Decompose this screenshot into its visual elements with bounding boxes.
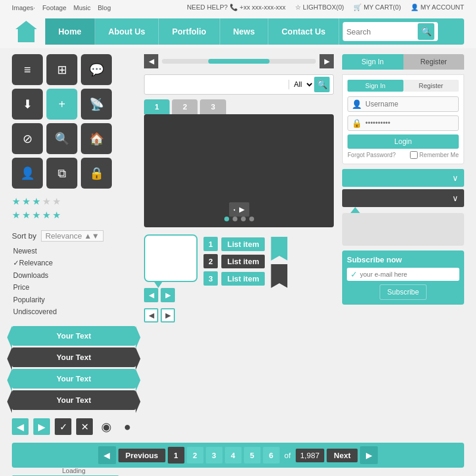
dot-3[interactable] <box>241 217 246 221</box>
prev-ctrl[interactable]: ◀ <box>12 418 29 435</box>
list-num-3: 3 <box>203 271 218 286</box>
nav-item-about[interactable]: About Us <box>95 18 159 45</box>
top-link-images[interactable]: Images· <box>12 4 35 11</box>
star-f2: ★ <box>22 209 30 221</box>
slider-next[interactable]: ▶ <box>320 54 334 68</box>
dropdown-2[interactable]: ∨ <box>342 189 464 207</box>
password-input[interactable] <box>365 119 455 127</box>
list-label-3[interactable]: List item <box>221 272 265 286</box>
subscribe-email-input[interactable] <box>360 271 456 278</box>
nav-right-2[interactable]: ▶ <box>161 308 175 322</box>
sort-option-newest[interactable]: Newest <box>13 245 136 257</box>
next-ctrl[interactable]: ▶ <box>33 418 50 435</box>
next-button[interactable]: Next <box>327 449 358 462</box>
dot-2[interactable] <box>233 217 237 221</box>
comment-icon-box[interactable]: 💬 <box>81 54 112 85</box>
nav-item-news[interactable]: News <box>220 18 269 45</box>
remember-checkbox[interactable] <box>410 151 418 159</box>
menu-icon-box[interactable]: ≡ <box>12 54 43 85</box>
nav-item-home[interactable]: Home <box>45 18 95 45</box>
download-icon-box[interactable]: ⬇ <box>12 89 43 120</box>
sort-option-popularity[interactable]: Popularity <box>13 294 136 306</box>
page-btn-1[interactable]: 1 <box>168 447 184 464</box>
dot-ctrl[interactable]: ● <box>119 418 136 435</box>
nav-right-1[interactable]: ▶ <box>161 288 175 302</box>
wifi-icon-box[interactable]: 📡 <box>81 89 112 120</box>
tab-1[interactable]: 1 <box>144 99 170 114</box>
center-search-input[interactable] <box>148 80 289 89</box>
nav-btn-4[interactable]: Your Text <box>12 390 136 410</box>
inner-tab-signin[interactable]: Sign In <box>347 80 403 92</box>
bookmark-teal[interactable] <box>271 237 287 261</box>
previous-button[interactable]: Previous <box>118 449 165 462</box>
zoom-icon-box[interactable]: 🔍 <box>46 123 77 154</box>
page-btn-2[interactable]: 2 <box>187 447 203 464</box>
top-link-music[interactable]: Music <box>74 4 91 11</box>
left-panel: ≡ ⊞ 💬 ⬇ + 📡 ⊘ 🔍 🏠 👤 ⧉ 🔒 ★ ★ ★ ★ ★ ★ <box>12 54 136 476</box>
auth-tab-register[interactable]: Register <box>403 54 465 70</box>
lock-icon-box[interactable]: 🔒 <box>81 158 112 189</box>
subscribe-input-row: ✓ <box>347 268 459 281</box>
top-link-blog[interactable]: Blog <box>98 4 111 11</box>
nav-item-portfolio[interactable]: Portfolio <box>159 18 220 45</box>
sort-option-downloads[interactable]: Downloads <box>13 270 136 281</box>
slide-next-btn[interactable]: ▶ <box>235 202 249 217</box>
page-btn-4[interactable]: 4 <box>225 447 242 464</box>
inner-tab-register[interactable]: Register <box>403 80 459 92</box>
slider-track[interactable] <box>162 59 316 64</box>
dropdown-1[interactable]: ∨ <box>342 169 464 187</box>
center-search-select[interactable]: All <box>289 80 314 89</box>
forgot-password-link[interactable]: Forgot Password? <box>347 152 396 158</box>
lightbox-link[interactable]: ☆ LIGHTBOX(0) <box>295 4 344 11</box>
account-link[interactable]: 👤 MY ACCOUNT <box>411 4 464 11</box>
search-input[interactable] <box>346 27 418 36</box>
add-icon-box[interactable]: + <box>46 89 77 120</box>
nav-left-2[interactable]: ◀ <box>144 308 158 322</box>
search-button[interactable]: 🔍 <box>418 23 434 40</box>
username-field: 👤 <box>347 96 459 112</box>
nav-left-1[interactable]: ◀ <box>144 288 158 302</box>
page-btn-5[interactable]: 5 <box>244 447 261 464</box>
list-label-2[interactable]: List item <box>221 255 265 268</box>
nav-item-contact[interactable]: Contact Us <box>268 18 339 45</box>
sort-option-relevance[interactable]: ✓Relevance <box>13 257 136 269</box>
nav-section: Home About Us Portfolio News Contact Us … <box>0 15 476 48</box>
copy-icon-box[interactable]: ⧉ <box>46 158 77 189</box>
username-input[interactable] <box>365 100 455 108</box>
tab-2[interactable]: 2 <box>172 99 198 114</box>
loading-section: Loading 85% <box>12 467 136 476</box>
sort-option-undiscovered[interactable]: Undiscovered <box>13 306 136 318</box>
nav-btn-3[interactable]: Your Text <box>12 369 136 389</box>
sort-dropdown[interactable]: Relevance ▲▼ <box>41 230 104 242</box>
login-button[interactable]: Login <box>347 134 459 149</box>
tab-3[interactable]: 3 <box>200 99 226 114</box>
check-ctrl[interactable]: ✓ <box>55 418 71 435</box>
center-search-button[interactable]: 🔍 <box>314 77 330 92</box>
slider-prev[interactable]: ◀ <box>144 54 158 68</box>
nav-btn-1[interactable]: Your Text <box>12 326 136 346</box>
speech-bubble <box>144 234 198 282</box>
cart-link[interactable]: 🛒 MY CART(0) <box>353 4 401 11</box>
user-icon-box[interactable]: 👤 <box>12 158 43 189</box>
dot-4[interactable] <box>249 217 254 221</box>
pagination-first-arrow[interactable]: ◀ <box>98 446 116 464</box>
sort-option-price[interactable]: Price <box>13 281 136 293</box>
page-btn-3[interactable]: 3 <box>206 447 223 464</box>
page-btn-6[interactable]: 6 <box>263 447 280 464</box>
circle-ctrl[interactable]: ◉ <box>98 418 114 435</box>
dropdown-section: ∨ ∨ <box>342 169 464 207</box>
top-link-footage[interactable]: Footage <box>42 4 66 11</box>
ban-icon-box[interactable]: ⊘ <box>12 123 43 154</box>
bookmark-dark[interactable] <box>271 264 287 288</box>
logo[interactable] <box>12 17 40 46</box>
rating-row-1: ★ ★ ★ ★ ★ <box>12 196 136 207</box>
home-icon-box[interactable]: 🏠 <box>81 123 112 154</box>
dot-1[interactable] <box>224 217 229 221</box>
auth-tab-signin[interactable]: Sign In <box>342 54 403 70</box>
list-label-1[interactable]: List item <box>221 237 265 251</box>
pagination-last-arrow[interactable]: ▶ <box>360 446 378 464</box>
grid-icon-box[interactable]: ⊞ <box>46 54 77 85</box>
subscribe-button[interactable]: Subscribe <box>380 284 427 300</box>
nav-btn-2[interactable]: Your Text <box>12 347 136 367</box>
x-ctrl[interactable]: ✕ <box>76 418 93 435</box>
